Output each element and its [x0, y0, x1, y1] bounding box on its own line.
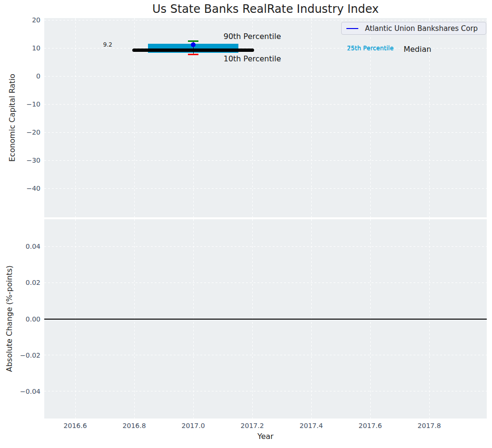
- annotation-p90-label: 90th Percentile: [224, 32, 281, 41]
- y-tick-label: 20: [2, 16, 40, 24]
- figure: Us State Banks RealRate Industry Index E…: [0, 0, 492, 448]
- y-tick-label: 0.04: [2, 242, 40, 251]
- gridline-horizontal: [44, 20, 487, 20]
- legend-label: Atlantic Union Bankshares Corp: [365, 24, 478, 33]
- zero-line: [44, 319, 487, 320]
- annotation-p10-label: 10th Percentile: [224, 55, 281, 63]
- annotation-median-value: 9.2: [103, 42, 112, 49]
- gridline-horizontal: [44, 246, 487, 247]
- y-tick-label: −20: [2, 128, 40, 136]
- y-tick-label: −10: [2, 100, 40, 108]
- y-tick-label: −0.04: [2, 387, 40, 396]
- x-tick-label: 2017.6: [346, 421, 394, 430]
- p10-tick: [188, 54, 198, 55]
- gridline-horizontal: [44, 104, 487, 105]
- legend: Atlantic Union Bankshares Corp: [341, 22, 486, 35]
- gridline-horizontal: [44, 160, 487, 161]
- gridline-horizontal: [44, 188, 487, 189]
- gridline-horizontal: [44, 282, 487, 283]
- annotation-p25-label: 25th Percentile: [347, 45, 394, 52]
- x-tick-label: 2017.8: [405, 421, 453, 430]
- gridline-horizontal: [44, 76, 487, 77]
- x-tick-label: 2016.6: [51, 421, 99, 430]
- x-tick-label: 2017.2: [228, 421, 276, 430]
- gridline-horizontal: [44, 132, 487, 133]
- annotation-median-label: Median: [403, 45, 431, 53]
- bottom-plot-area: [44, 219, 487, 419]
- y-tick-label: 10: [2, 44, 40, 52]
- y-tick-label: 0.02: [2, 278, 40, 287]
- chart-title: Us State Banks RealRate Industry Index: [44, 2, 487, 16]
- y-tick-label: −30: [2, 156, 40, 165]
- y-tick-label: −0.02: [2, 351, 40, 360]
- gridline-horizontal: [44, 355, 487, 355]
- y-tick-label: 0: [2, 72, 40, 80]
- x-axis-label: Year: [44, 432, 487, 441]
- x-tick-label: 2017.0: [169, 421, 217, 430]
- y-tick-label: −40: [2, 184, 40, 193]
- x-tick-label: 2017.4: [287, 421, 335, 430]
- x-tick-label: 2016.8: [110, 421, 158, 430]
- p90-tick: [188, 40, 198, 42]
- legend-line-sample: [346, 28, 358, 29]
- y-tick-label: 0.00: [2, 315, 40, 323]
- gridline-horizontal: [44, 391, 487, 391]
- median-line: [132, 49, 254, 52]
